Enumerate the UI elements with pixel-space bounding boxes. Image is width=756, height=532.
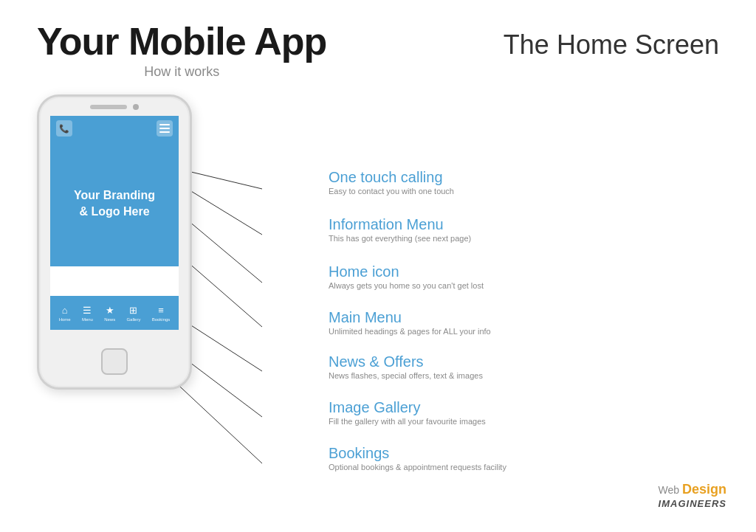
- content-area: 📞 Your Branding& Logo Here ⌂ Home: [0, 80, 756, 508]
- logo-line1: Web Design: [659, 483, 726, 497]
- annotation-info-menu: Information Menu This has got everything…: [329, 215, 471, 243]
- logo-line2: IMAGINEERS: [659, 497, 726, 510]
- nav-home: ⌂ Home: [59, 305, 71, 322]
- nav-menu-label: Menu: [82, 317, 93, 322]
- logo: Web Design IMAGINEERS: [659, 483, 726, 510]
- bookings-desc: Optional bookings & appointment requests…: [329, 463, 506, 471]
- bottom-nav: ⌂ Home ☰ Menu ★ News ⊞ Gallery: [50, 296, 179, 330]
- logo-area: Web Design IMAGINEERS: [659, 483, 726, 510]
- news-nav-icon: ★: [106, 305, 114, 316]
- annotations-area: One touch calling Easy to contact you wi…: [192, 80, 756, 508]
- branding-area: Your Branding& Logo Here: [50, 141, 179, 266]
- annotation-news-offers: News & Offers News flashes, special offe…: [329, 353, 483, 380]
- annotation-home-icon: Home icon Always gets you home so you ca…: [329, 263, 484, 290]
- nav-bookings: ≡ Bookings: [152, 305, 171, 322]
- phone-call-icon: 📞: [56, 120, 72, 137]
- one-touch-desc: Easy to contact you with one touch: [329, 187, 454, 196]
- annotation-one-touch: One touch calling Easy to contact you wi…: [329, 168, 454, 196]
- main-menu-title: Main Menu: [329, 308, 491, 326]
- phone-screen: 📞 Your Branding& Logo Here ⌂ Home: [50, 116, 179, 330]
- main-title: Your Mobile App: [37, 21, 326, 63]
- home-icon-desc: Always gets you home so you can't get lo…: [329, 281, 484, 290]
- subtitle: How it works: [37, 64, 326, 80]
- nav-gallery-label: Gallery: [126, 317, 140, 322]
- nav-news: ★ News: [104, 305, 115, 322]
- info-menu-desc: This has got everything (see next page): [329, 234, 471, 243]
- annotation-image-gallery: Image Gallery Fill the gallery with all …: [329, 398, 486, 426]
- nav-gallery: ⊞ Gallery: [126, 305, 140, 322]
- home-icon-title: Home icon: [329, 263, 484, 280]
- phone-mockup: 📞 Your Branding& Logo Here ⌂ Home: [37, 94, 192, 390]
- annotation-main-menu: Main Menu Unlimited headings & pages for…: [329, 308, 491, 336]
- logo-web: Web: [659, 484, 682, 496]
- hamburger-line-1: [159, 124, 170, 125]
- nav-menu: ☰ Menu: [82, 305, 93, 322]
- home-screen-title: The Home Screen: [504, 30, 719, 61]
- logo-imagineers: IMAGINEERS: [659, 498, 726, 509]
- bookings-nav-icon: ≡: [158, 305, 164, 316]
- phone-home-button: [101, 348, 128, 375]
- phone-bottom: [101, 330, 128, 387]
- home-nav-icon: ⌂: [62, 305, 68, 316]
- nav-bookings-label: Bookings: [152, 317, 171, 322]
- phone-top: [39, 97, 190, 116]
- hamburger-line-3: [159, 131, 170, 133]
- header: Your Mobile App How it works The Home Sc…: [0, 0, 756, 80]
- logo-design: Design: [682, 482, 726, 497]
- menu-nav-icon: ☰: [83, 305, 92, 316]
- image-gallery-title: Image Gallery: [329, 398, 486, 416]
- menu-hamburger-icon: [157, 120, 173, 137]
- speaker: [90, 105, 127, 109]
- gallery-nav-icon: ⊞: [129, 305, 137, 316]
- one-touch-title: One touch calling: [329, 168, 454, 186]
- screen-header: 📞: [50, 116, 179, 141]
- annotation-bookings: Bookings Optional bookings & appointment…: [329, 444, 506, 471]
- info-menu-title: Information Menu: [329, 215, 471, 233]
- branding-text: Your Branding& Logo Here: [74, 187, 155, 221]
- nav-home-label: Home: [59, 317, 71, 322]
- news-offers-title: News & Offers: [329, 353, 483, 370]
- main-menu-desc: Unlimited headings & pages for ALL your …: [329, 327, 491, 336]
- camera: [133, 104, 139, 110]
- title-block: Your Mobile App How it works: [37, 21, 326, 80]
- phone-container: 📞 Your Branding& Logo Here ⌂ Home: [0, 80, 192, 508]
- hamburger-line-2: [159, 128, 170, 129]
- news-offers-desc: News flashes, special offers, text & ima…: [329, 371, 483, 380]
- bookings-title: Bookings: [329, 444, 506, 462]
- image-gallery-desc: Fill the gallery with all your favourite…: [329, 417, 486, 426]
- nav-news-label: News: [104, 317, 115, 322]
